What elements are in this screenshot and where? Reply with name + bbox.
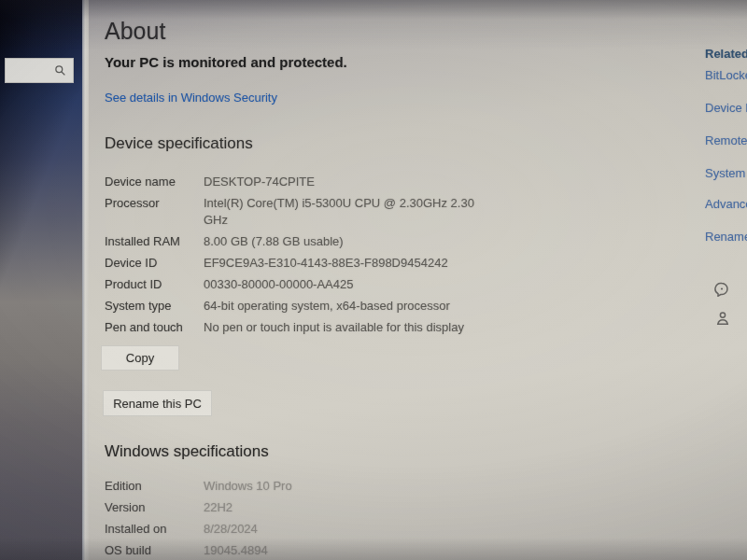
copy-button[interactable]: Copy [101, 345, 179, 371]
page-title: About [105, 18, 165, 45]
settings-about-screen: About Your PC is monitored and protected… [0, 0, 747, 560]
get-help-icon[interactable] [714, 282, 729, 297]
related-heading: Related [705, 47, 747, 61]
security-status-text: Your PC is monitored and protected. [105, 54, 347, 70]
spec-value: 8/28/2024 [204, 521, 258, 538]
spec-label: OS build [105, 542, 204, 559]
spec-label: Device name [105, 174, 204, 190]
related-link-advanced-settings[interactable]: Advanced system settings [705, 197, 747, 211]
search-input[interactable] [8, 59, 57, 82]
table-row: Installed on 8/28/2024 [105, 521, 515, 538]
related-link-bitlocker[interactable]: BitLocker settings [705, 68, 747, 82]
spec-value: 19045.4894 [204, 542, 268, 559]
spec-value: 22H2 [204, 499, 233, 516]
photo-corner-shadow [0, 0, 82, 560]
device-specs-heading: Device specifications [105, 134, 253, 153]
about-page-content: About Your PC is monitored and protected… [87, 0, 747, 560]
related-link-device-manager[interactable]: Device Manager [705, 101, 747, 115]
spec-label: Device ID [105, 255, 204, 272]
spec-value: Windows 10 Pro [204, 478, 292, 495]
table-row: Product ID 00330-80000-00000-AA425 [105, 276, 515, 293]
spec-value: Intel(R) Core(TM) i5-5300U CPU @ 2.30GHz… [204, 195, 476, 229]
spec-label: Installed RAM [105, 233, 204, 250]
table-row: Installed RAM 8.00 GB (7.88 GB usable) [105, 233, 515, 250]
search-box[interactable] [5, 58, 74, 83]
spec-value: 00330-80000-00000-AA425 [204, 276, 353, 293]
table-row: Version 22H2 [105, 499, 515, 516]
related-link-rename-advanced[interactable]: Rename this PC (advanced) [705, 230, 747, 244]
table-row: Processor Intel(R) Core(TM) i5-5300U CPU… [105, 195, 515, 229]
table-row: Pen and touch No pen or touch input is a… [105, 319, 515, 336]
give-feedback-icon[interactable] [715, 311, 730, 326]
table-row: Edition Windows 10 Pro [105, 478, 515, 495]
windows-security-link[interactable]: See details in Windows Security [105, 91, 277, 105]
spec-label: Processor [105, 195, 204, 229]
table-row: OS build 19045.4894 [105, 542, 515, 559]
spec-label: Installed on [105, 521, 204, 538]
table-row: Device name DESKTOP-74CPITE [105, 174, 515, 190]
related-link-system-protection[interactable]: System protection [705, 166, 747, 180]
left-pane [0, 0, 82, 560]
rename-pc-button[interactable]: Rename this PC [103, 390, 212, 416]
spec-value: No pen or touch input is available for t… [204, 319, 464, 336]
spec-value: 8.00 GB (7.88 GB usable) [204, 233, 344, 250]
table-row: System type 64-bit operating system, x64… [105, 298, 515, 315]
spec-label: Edition [105, 478, 204, 495]
device-specs-table: Device name DESKTOP-74CPITE Processor In… [105, 174, 515, 341]
spec-label: System type [105, 298, 204, 315]
spec-value: 64-bit operating system, x64-based proce… [204, 298, 450, 315]
spec-label: Product ID [105, 276, 204, 293]
spec-value: EF9CE9A3-E310-4143-88E3-F898D9454242 [204, 255, 448, 272]
table-row: Device ID EF9CE9A3-E310-4143-88E3-F898D9… [105, 255, 515, 272]
spec-value: DESKTOP-74CPITE [204, 174, 315, 190]
related-link-remote-desktop[interactable]: Remote desktop [705, 133, 747, 147]
spec-label: Version [105, 499, 204, 516]
spec-label: Pen and touch [105, 319, 204, 336]
windows-specs-table: Edition Windows 10 Pro Version 22H2 Inst… [105, 478, 515, 560]
windows-specs-heading: Windows specifications [105, 442, 269, 461]
